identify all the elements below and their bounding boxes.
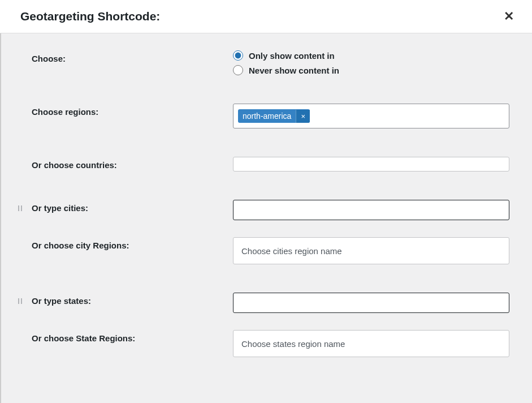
cities-label: Or type cities: [32,203,88,213]
countries-row: Or choose countries: [18,157,509,172]
state-regions-label-col: Or choose State Regions: [18,330,233,344]
region-tag-text: north-america [238,109,296,123]
countries-label-col: Or choose countries: [18,157,233,170]
cities-label-col: Or type cities: [18,200,233,213]
regions-field-col: north-america × [233,104,509,128]
radio-only-show-input[interactable] [233,50,243,61]
region-tag-remove[interactable]: × [296,110,310,123]
state-regions-input[interactable] [233,330,509,357]
region-tag: north-america × [238,109,310,123]
radio-never-show-label: Never show content in [249,66,339,75]
close-button[interactable]: ✕ [499,7,518,26]
regions-row: Choose regions: north-america × [18,104,509,128]
modal-header: Geotargeting Shortcode: ✕ [0,0,532,33]
regions-label-col: Choose regions: [18,104,233,117]
countries-input[interactable] [233,157,509,172]
radio-never-show-input[interactable] [233,65,243,75]
modal-body: Choose: Only show content in Never show … [0,33,532,403]
countries-field-col [233,157,509,172]
state-regions-row: Or choose State Regions: [18,330,509,357]
state-regions-label: Or choose State Regions: [32,333,135,343]
geotargeting-modal: Geotargeting Shortcode: ✕ Choose: Only s… [0,0,532,403]
cities-input[interactable] [233,200,509,220]
drag-handle-icon[interactable] [17,204,25,212]
radio-only-show[interactable]: Only show content in [233,50,509,61]
states-input[interactable] [233,293,509,313]
choose-field-col: Only show content in Never show content … [233,50,509,75]
countries-label: Or choose countries: [32,160,117,170]
regions-label: Choose regions: [32,107,98,117]
choose-row: Choose: Only show content in Never show … [18,50,509,75]
states-field-col [233,293,509,313]
choose-label: Choose: [32,54,66,63]
radio-only-show-label: Only show content in [249,51,335,61]
city-regions-row: Or choose city Regions: [18,237,509,264]
radio-never-show[interactable]: Never show content in [233,65,509,75]
modal-title: Geotargeting Shortcode: [20,10,160,23]
city-regions-label: Or choose city Regions: [32,241,129,250]
cities-row: Or type cities: [18,200,509,220]
city-regions-label-col: Or choose city Regions: [18,237,233,251]
city-regions-input[interactable] [233,237,509,264]
regions-input[interactable]: north-america × [233,104,509,128]
states-label: Or type states: [32,296,91,306]
choose-radio-group: Only show content in Never show content … [233,50,509,75]
states-row: Or type states: [18,293,509,313]
state-regions-field-col [233,330,509,357]
drag-handle-icon[interactable] [17,297,25,305]
states-label-col: Or type states: [18,293,233,306]
city-regions-field-col [233,237,509,264]
choose-label-col: Choose: [18,50,233,64]
cities-field-col [233,200,509,220]
